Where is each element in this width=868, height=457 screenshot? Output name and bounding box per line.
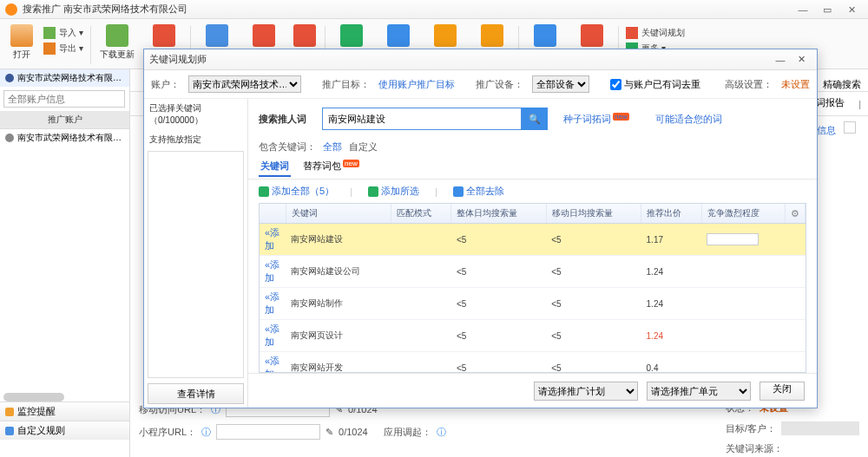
col-bid[interactable]: 推荐出价: [641, 204, 702, 224]
target-value: [781, 421, 859, 435]
miniapp-url-input[interactable]: [216, 424, 320, 440]
adv-link[interactable]: 未设置: [781, 78, 810, 91]
optimize-icon: [534, 24, 556, 47]
view-detail-button[interactable]: 查看详情: [148, 383, 244, 404]
open-button[interactable]: 打开: [5, 23, 38, 62]
person-icon: [10, 24, 33, 47]
dedupe-checkbox[interactable]: 与账户已有词去重: [610, 78, 700, 91]
cell-bid: 1.24: [641, 320, 702, 352]
plan-link[interactable]: 使用账户推广目标: [378, 78, 455, 91]
dev-select[interactable]: 全部设备: [532, 75, 589, 93]
account-filter-input[interactable]: [3, 90, 125, 108]
info-icon[interactable]: ⓘ: [437, 426, 446, 439]
cell-pc: <5: [451, 256, 546, 288]
magnify-icon: [293, 24, 316, 47]
adv-label: 高级设置：: [725, 78, 773, 91]
col-pc-vol[interactable]: 整体日均搜索量: [451, 204, 546, 224]
col-match[interactable]: 匹配模式: [391, 204, 451, 224]
download-button[interactable]: 下载更新: [95, 23, 140, 62]
cell-bid: 1.24: [641, 288, 702, 320]
cell-mob: <5: [546, 224, 641, 256]
window-title: 搜索推广 南安市武荣网络技术有限公司: [23, 3, 792, 16]
search-button[interactable]: 🔍: [522, 108, 548, 130]
comp-input[interactable]: [707, 233, 759, 245]
minimize-button[interactable]: —: [792, 3, 814, 16]
kw-planner-link[interactable]: 关键词规划: [622, 26, 688, 40]
filter-all-link[interactable]: 全部: [323, 140, 342, 153]
add-all-button[interactable]: 添加全部（5）: [259, 185, 334, 198]
selected-kw-list[interactable]: [148, 151, 244, 378]
account-row[interactable]: 南安市武荣网络技术有限公司: [0, 69, 129, 87]
remove-all-button[interactable]: 全部去除: [453, 185, 504, 198]
cell-match: [391, 320, 451, 352]
table-row[interactable]: «添加南安网页设计<5<51.24: [260, 320, 806, 352]
gear-icon[interactable]: ⚙: [791, 208, 799, 219]
edit-icon: [206, 24, 228, 47]
gauge-icon: [387, 24, 410, 47]
account-row[interactable]: 南安市武荣网络技术有限公司: [0, 129, 129, 147]
edit-icon[interactable]: ✎: [326, 427, 333, 438]
keyword-search-input[interactable]: [322, 108, 522, 130]
import-button[interactable]: 导入 ▾: [40, 26, 87, 40]
filter-custom-link[interactable]: 自定义: [349, 140, 378, 153]
plan-select[interactable]: 请选择推广计划: [534, 382, 638, 401]
acct-label: 账户：: [151, 78, 180, 91]
cell-pc: <5: [451, 352, 546, 374]
info-icon[interactable]: ⓘ: [201, 426, 211, 439]
expand-icon[interactable]: [844, 121, 856, 134]
cell-match: [391, 224, 451, 256]
app-invoke-label: 应用调起：: [384, 426, 431, 439]
main-titlebar: 搜索推广 南安市武荣网络技术有限公司 — ▭ ✕: [0, 0, 868, 19]
table-row[interactable]: «添加南安网站建设<5<51.17: [260, 224, 806, 256]
add-link[interactable]: «添加: [265, 259, 279, 283]
search-icon: 🔍: [529, 114, 541, 125]
col-competition[interactable]: 竞争激烈程度: [701, 204, 785, 224]
table-row[interactable]: «添加南安网站建设公司<5<51.24: [260, 256, 806, 288]
table-row[interactable]: «添加南安网站开发<5<50.4: [260, 352, 806, 374]
char-count: 0/1024: [339, 427, 368, 437]
close-button[interactable]: 关闭: [760, 382, 805, 401]
scrollbar-thumb[interactable]: [3, 393, 64, 402]
plan-label: 推广目标：: [322, 78, 370, 91]
seed-expand-link[interactable]: 种子词拓词new: [563, 113, 629, 126]
chart-icon: [340, 24, 363, 47]
keyword-planner-dialog: 关键词规划师 — ✕ 账户： 南安市武荣网络技术… 推广目标： 使用账户推广目标…: [143, 49, 818, 408]
suitable-words-link[interactable]: 可能适合您的词: [655, 113, 722, 126]
add-link[interactable]: «添加: [265, 227, 279, 251]
add-link[interactable]: «添加: [265, 356, 279, 373]
cell-match: [391, 288, 451, 320]
dialog-close[interactable]: ✕: [791, 54, 812, 65]
add-selected-button[interactable]: 添加所选: [368, 185, 419, 198]
add-link[interactable]: «添加: [265, 323, 279, 347]
unit-select[interactable]: 请选择推广单元: [647, 382, 751, 401]
cell-keyword: 南安网站建设公司: [286, 256, 391, 288]
acct-select[interactable]: 南安市武荣网络技术…: [188, 75, 301, 93]
panel-rules[interactable]: 自定义规则: [0, 421, 129, 440]
maximize-button[interactable]: ▭: [816, 3, 838, 16]
plus-icon: [368, 186, 378, 197]
target-label: 目标/客户：: [726, 422, 776, 435]
cell-match: [391, 256, 451, 288]
dialog-minimize[interactable]: —: [770, 55, 791, 65]
table-row[interactable]: «添加南安网站制作<5<51.24: [260, 288, 806, 320]
cell-match: [391, 352, 451, 374]
cell-mob: <5: [546, 320, 641, 352]
add-link[interactable]: «添加: [265, 291, 279, 315]
close-button[interactable]: ✕: [840, 3, 863, 16]
cell-mob: <5: [546, 256, 641, 288]
drag-hint: 支持拖放指定: [144, 130, 247, 149]
cell-bid: 0.4: [641, 352, 702, 374]
app-icon: [5, 3, 17, 16]
minus-icon: [453, 186, 464, 197]
col-keyword[interactable]: 关键词: [286, 204, 391, 224]
cell-pc: <5: [451, 224, 546, 256]
export-icon: [43, 42, 56, 55]
subtab-keywords[interactable]: 关键词: [259, 157, 291, 177]
account-icon: [5, 74, 14, 82]
selected-kw-header: 已选择关键词（0/100000）: [144, 99, 247, 130]
col-mob-vol[interactable]: 移动日均搜索量: [546, 204, 641, 224]
export-button[interactable]: 导出 ▾: [40, 42, 87, 55]
panel-monitor[interactable]: 监控提醒: [0, 402, 129, 421]
cell-comp: [701, 352, 785, 374]
subtab-packages[interactable]: 替荐词包new: [301, 157, 361, 177]
